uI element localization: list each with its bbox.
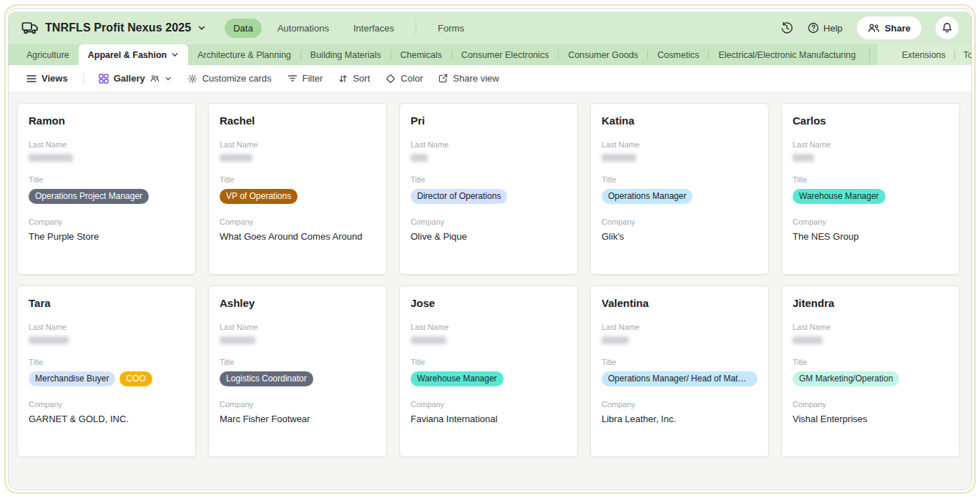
field-company: Company GARNET & GOLD, INC. (29, 400, 185, 424)
table-tab-building-materials[interactable]: Building Materials (301, 44, 391, 65)
title-badge: Operations Manager (602, 189, 692, 204)
table-tab-consumer-electronics[interactable]: Consumer Electronics (452, 44, 558, 65)
field-label-company: Company (411, 218, 567, 226)
title-badges: Merchandise BuyerCOO (29, 371, 185, 386)
title-badges: Warehouse Manager (411, 371, 567, 386)
field-label-last-name: Last Name (29, 140, 185, 149)
table-tab-chemicals[interactable]: Chemicals (391, 44, 451, 65)
people-icon (868, 23, 880, 33)
field-label-last-name: Last Name (793, 140, 949, 149)
sort-button[interactable]: Sort (332, 69, 376, 87)
company-value: Olive & Pique (411, 231, 567, 242)
record-first-name: Pri (411, 114, 567, 127)
window-frame: TNRFLS Profit Nexus 2025 DataAutomations… (0, 0, 980, 498)
field-label-title: Title (29, 358, 185, 366)
topnav-tab-automations[interactable]: Automations (269, 19, 338, 38)
tab-tools[interactable]: Tools (955, 50, 972, 60)
grid-2x2-icon (99, 74, 109, 84)
notifications-button[interactable] (936, 16, 959, 39)
chevron-down-icon (171, 51, 179, 59)
record-first-name: Ashley (220, 297, 376, 309)
record-card-carlos[interactable]: Carlos Last Name Title Warehouse Manager… (781, 103, 960, 275)
title-badge: Merchandise Buyer (29, 371, 115, 386)
record-card-valentina[interactable]: Valentina Last Name Title Operations Man… (590, 285, 769, 457)
record-first-name: Ramon (29, 114, 185, 127)
last-name-redacted-value (29, 154, 73, 162)
field-label-company: Company (220, 400, 376, 409)
record-card-ramon[interactable]: Ramon Last Name Title Operations Project… (17, 103, 196, 275)
sort-label: Sort (353, 73, 370, 84)
field-title: Title VP of Operations (220, 175, 376, 204)
customize-cards-button[interactable]: Customize cards (181, 69, 278, 87)
share-button[interactable]: Share (857, 16, 921, 39)
last-name-redacted-value (29, 336, 69, 344)
table-tab-apparel-fashion[interactable]: Apparel & Fashion (79, 44, 188, 65)
title-badges: Operations Manager/ Head of Materials (602, 371, 758, 386)
field-title: Title Director of Operations (411, 175, 567, 204)
extensions-panel: ExtensionsTools (878, 44, 972, 65)
field-label-last-name: Last Name (29, 323, 185, 331)
table-tab-divider (869, 49, 870, 62)
field-label-company: Company (602, 400, 758, 409)
window-border: TNRFLS Profit Nexus 2025 DataAutomations… (4, 4, 976, 494)
funnel-lines-icon (288, 74, 298, 82)
arrows-up-down-icon (338, 74, 348, 83)
field-company: Company Faviana International (411, 400, 567, 424)
view-selector-button[interactable]: Gallery (92, 69, 178, 87)
record-first-name: Jitendra (793, 297, 949, 309)
record-card-rachel[interactable]: Rachel Last Name Title VP of Operations … (208, 103, 387, 275)
table-tab-cosmetics[interactable]: Cosmetics (648, 44, 708, 65)
title-badge: Warehouse Manager (411, 371, 504, 386)
record-card-jitendra[interactable]: Jitendra Last Name Title GM Marketing/Op… (781, 285, 960, 457)
company-value: The NES Group (793, 231, 949, 242)
base-switcher[interactable]: TNRFLS Profit Nexus 2025 (21, 20, 206, 36)
record-card-pri[interactable]: Pri Last Name Title Director of Operatio… (399, 103, 578, 275)
field-title: Title Operations Manager (602, 175, 758, 204)
table-tab-architecture-planning[interactable]: Architecture & Planning (188, 44, 300, 65)
views-label: Views (41, 73, 68, 84)
field-label-last-name: Last Name (411, 140, 567, 149)
topnav-tab-forms[interactable]: Forms (429, 19, 473, 38)
color-button[interactable]: Color (379, 69, 429, 87)
topnav-tab-data[interactable]: Data (225, 19, 261, 38)
help-button[interactable]: Help (808, 22, 843, 34)
filter-button[interactable]: Filter (281, 69, 330, 87)
record-first-name: Tara (29, 297, 185, 309)
company-value: What Goes Around Comes Around (220, 231, 376, 242)
record-card-tara[interactable]: Tara Last Name Title Merchandise BuyerCO… (17, 285, 196, 457)
table-tab-agriculture[interactable]: Agriculture (17, 44, 79, 65)
field-company: Company The NES Group (793, 218, 949, 242)
chevron-down-icon (197, 24, 206, 32)
topnav-tab-interfaces[interactable]: Interfaces (345, 19, 403, 38)
record-card-ashley[interactable]: Ashley Last Name Title Logistics Coordin… (208, 285, 387, 457)
field-label-company: Company (29, 400, 185, 409)
tab-extensions[interactable]: Extensions (893, 50, 954, 60)
field-title: Title Logistics Coordinator (220, 358, 376, 386)
truck-logo-icon (21, 20, 39, 36)
field-last-name: Last Name (29, 140, 185, 162)
field-company: Company Marc Fisher Footwear (220, 400, 376, 424)
title-badges: Director of Operations (411, 189, 567, 204)
views-button[interactable]: Views (20, 69, 74, 87)
question-circle-icon (808, 22, 819, 34)
box-arrow-icon (438, 74, 448, 83)
app-header: TNRFLS Profit Nexus 2025 DataAutomations… (9, 11, 971, 44)
field-title: Title GM Marketing/Operation (793, 358, 949, 386)
field-label-title: Title (602, 358, 758, 366)
gallery-content: Ramon Last Name Title Operations Project… (9, 92, 971, 489)
field-title: Title Operations Project Manager (29, 175, 185, 204)
table-tab-label: Building Materials (310, 50, 381, 60)
table-tab-label: Agriculture (26, 50, 69, 60)
table-tab-electrical-electronic-manufacturing[interactable]: Electrical/Electronic Manufacturing (709, 44, 865, 65)
company-value: Vishal Enterprises (793, 414, 949, 424)
history-icon[interactable] (780, 21, 793, 34)
table-tab-consumer-goods[interactable]: Consumer Goods (559, 44, 647, 65)
record-card-jose[interactable]: Jose Last Name Title Warehouse Manager C… (399, 285, 578, 457)
field-last-name: Last Name (411, 323, 567, 344)
title-badges: Logistics Coordinator (220, 371, 376, 386)
field-label-company: Company (793, 400, 949, 409)
field-company: Company What Goes Around Comes Around (220, 218, 376, 242)
share-view-button[interactable]: Share view (432, 69, 505, 87)
record-card-katina[interactable]: Katina Last Name Title Operations Manage… (590, 103, 769, 275)
gear-icon (187, 74, 197, 84)
